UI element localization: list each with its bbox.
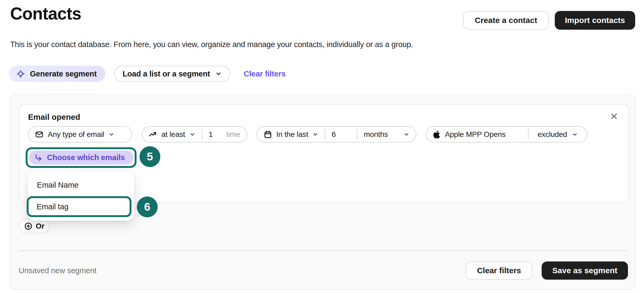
trending-up-icon: [149, 130, 157, 139]
apple-mpp-pill: Apple MPP Opens excluded: [426, 126, 587, 142]
timeframe-unit-value: months: [364, 130, 388, 139]
timeframe-unit-select[interactable]: months: [357, 127, 416, 142]
clear-filters-button[interactable]: Clear filters: [466, 261, 532, 280]
page-subtitle: This is your contact database. From here…: [10, 40, 413, 49]
chevron-down-icon: [572, 132, 578, 137]
apple-mpp-label: Apple MPP Opens: [426, 127, 528, 142]
plus-circle-icon: [24, 222, 33, 230]
choose-which-emails-button[interactable]: Choose which emails: [29, 151, 133, 165]
page-actions: Create a contact Import contacts: [463, 11, 635, 30]
import-contacts-button[interactable]: Import contacts: [555, 11, 635, 30]
frequency-pill: at least 1 time: [142, 126, 247, 142]
calendar-icon: [263, 130, 272, 139]
apple-mpp-mode-select[interactable]: excluded: [529, 127, 587, 142]
footer-divider: [19, 250, 628, 251]
chevron-down-icon: [189, 132, 195, 137]
dropdown-item-email-tag[interactable]: Email tag: [29, 202, 68, 211]
timeframe-value-input[interactable]: 6: [325, 127, 357, 142]
timeframe-operator-select[interactable]: In the last: [257, 127, 325, 142]
corner-down-right-icon: [34, 153, 43, 162]
apple-mpp-text: Apple MPP Opens: [445, 130, 506, 139]
email-type-pill: Any type of email: [28, 126, 132, 142]
frequency-value-input[interactable]: 1 time: [202, 127, 247, 142]
timeframe-value: 6: [332, 130, 336, 139]
step-6-badge: 6: [137, 196, 158, 217]
timeframe-pill: In the last 6 months: [257, 126, 416, 142]
segment-builder-panel: Email opened Any type of email at least: [10, 94, 636, 290]
or-button-label: Or: [36, 222, 45, 230]
segment-footer: Unsaved new segment Clear filters Save a…: [19, 261, 628, 280]
email-type-select[interactable]: Any type of email: [29, 127, 121, 142]
choose-which-emails-label: Choose which emails: [47, 153, 125, 162]
close-icon: [610, 112, 619, 121]
load-list-dropdown[interactable]: Load a list or a segment: [114, 66, 230, 82]
apple-icon: [433, 130, 441, 138]
frequency-operator-select[interactable]: at least: [142, 127, 202, 142]
frequency-operator-value: at least: [161, 130, 185, 139]
annotation-step-6-outline: Email tag: [27, 196, 131, 217]
step-5-badge: 5: [139, 146, 160, 167]
remove-rule-button[interactable]: [609, 111, 619, 122]
sparkle-diamond-icon: [15, 69, 26, 79]
frequency-unit-placeholder: time: [226, 130, 240, 139]
annotation-step-5-outline: Choose which emails: [26, 147, 137, 168]
chevron-down-icon: [215, 71, 222, 77]
create-contact-button[interactable]: Create a contact: [463, 11, 549, 30]
generate-segment-button[interactable]: Generate segment: [9, 66, 105, 82]
load-list-label: Load a list or a segment: [123, 70, 210, 78]
page-title: Contacts: [10, 4, 81, 24]
save-as-segment-button[interactable]: Save as segment: [542, 261, 628, 280]
mail-icon: [35, 130, 44, 139]
generate-segment-label: Generate segment: [30, 70, 97, 78]
email-type-value: Any type of email: [48, 130, 104, 139]
chevron-down-icon: [312, 132, 318, 137]
clear-filters-link[interactable]: Clear filters: [244, 70, 286, 78]
segment-toolbar: Generate segment Load a list or a segmen…: [9, 66, 286, 82]
frequency-value: 1: [209, 130, 213, 139]
dropdown-item-email-name[interactable]: Email Name: [28, 181, 134, 190]
chevron-down-icon: [404, 132, 409, 137]
rule-conditions-row: Any type of email at least 1 time: [28, 126, 587, 142]
timeframe-operator-value: In the last: [276, 130, 308, 139]
chevron-down-icon: [108, 132, 114, 137]
segment-status-text: Unsaved new segment: [19, 266, 466, 275]
rule-title: Email opened: [28, 113, 80, 122]
add-or-condition-button[interactable]: Or: [19, 219, 50, 233]
apple-mpp-mode-value: excluded: [538, 130, 567, 139]
